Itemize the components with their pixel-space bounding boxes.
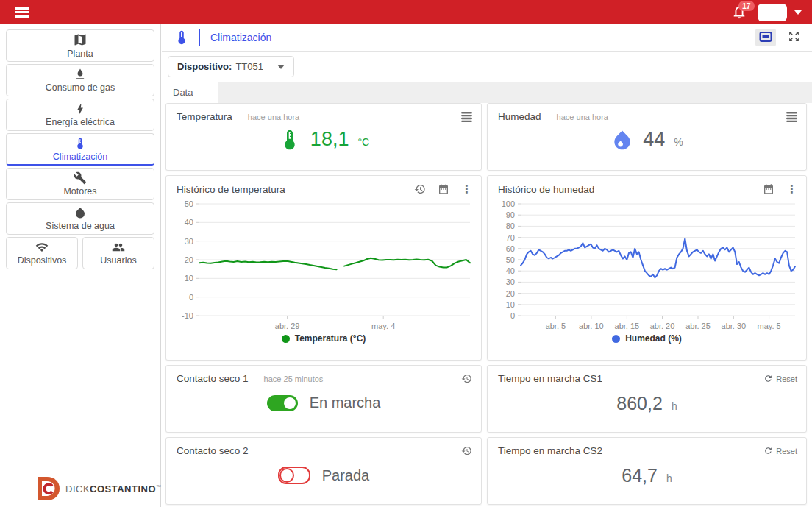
card-contacto-seco-2: Contacto seco 2 Parada	[165, 437, 482, 505]
sidebar-item-sistema-de-agua[interactable]: Sistema de agua	[6, 202, 154, 235]
header-divider	[199, 29, 200, 46]
temperature-value: 18,1	[310, 128, 349, 151]
brand-logo: DICKCOSTANTINO™	[35, 476, 162, 501]
sidebar-item-label: Sistema de agua	[46, 221, 115, 231]
humidity-value: 44	[643, 128, 665, 151]
notification-badge: 17	[738, 1, 755, 11]
sidebar-item-label: Consumo de gas	[46, 82, 115, 93]
reset-label: Reset	[776, 375, 797, 383]
card-title: Tiempo en marcha CS1	[498, 373, 602, 384]
svg-text:80: 80	[506, 221, 515, 230]
sidebar-item-climatizacion[interactable]: Climatización	[6, 133, 154, 166]
chart-legend: Temperatura (°C)	[166, 333, 481, 344]
database-icon[interactable]	[786, 112, 797, 122]
svg-text:100: 100	[502, 199, 515, 208]
sidebar-item-usuarios[interactable]: Usuarios	[82, 237, 154, 269]
svg-text:abr. 15: abr. 15	[615, 322, 640, 330]
fullscreen-button[interactable]	[788, 30, 800, 46]
svg-text:50: 50	[506, 255, 515, 264]
history-icon[interactable]	[461, 445, 472, 456]
card-title: Humedad	[498, 111, 541, 122]
legend-label: Temperatura (°C)	[295, 333, 366, 344]
calendar-icon[interactable]	[763, 183, 774, 195]
card-timestamp: — hace 25 minutos	[254, 375, 324, 383]
wrench-icon	[74, 171, 87, 185]
database-icon[interactable]	[461, 112, 472, 122]
card-title: Contacto seco 2	[177, 445, 249, 456]
fullscreen-icon	[788, 30, 800, 43]
reset-button[interactable]: Reset	[763, 446, 797, 455]
card-timestamp: — hace una hora	[238, 113, 299, 121]
water-drop-icon	[610, 128, 634, 152]
svg-text:abr. 20: abr. 20	[650, 322, 675, 330]
card-title: Temperatura	[177, 111, 232, 122]
tab-data[interactable]: Data	[162, 82, 218, 103]
card-title: Tiempo en marcha CS2	[498, 445, 602, 456]
sidebar-item-planta[interactable]: Planta	[6, 29, 154, 62]
dashboard-app: 17 Planta Consumo de gas Energía eléctri…	[0, 0, 812, 507]
sidebar-item-consumo-de-gas[interactable]: Consumo de gas	[6, 64, 154, 96]
svg-text:10: 10	[506, 300, 515, 309]
reset-button[interactable]: Reset	[763, 374, 797, 383]
card-tiempo-cs2: Tiempo en marcha CS2 Reset 64,7 h	[487, 437, 807, 505]
kebab-menu-icon[interactable]: ⋮	[461, 184, 472, 194]
history-icon[interactable]	[414, 183, 426, 195]
runtime-unit: h	[666, 472, 672, 484]
device-selector-label: Dispositivo:	[177, 61, 232, 72]
toggle-on[interactable]	[267, 395, 298, 411]
legend-dot	[612, 335, 620, 343]
history-icon[interactable]	[461, 373, 472, 384]
calendar-icon[interactable]	[438, 183, 449, 195]
humidity-chart: 1009080706050403020100abr. 5abr. 10abr. …	[491, 196, 802, 333]
sidebar-item-label: Climatización	[53, 152, 107, 162]
device-selector-value: TT051	[235, 61, 263, 72]
brand-logo-mark	[35, 476, 60, 501]
svg-text:abr. 5: abr. 5	[546, 322, 566, 330]
card-title: Contacto seco 1	[177, 373, 249, 384]
svg-text:30: 30	[185, 237, 193, 246]
svg-text:40: 40	[185, 218, 193, 227]
temperature-chart: 50403020100-10abr. 29may. 4	[170, 196, 477, 333]
kebab-menu-icon[interactable]: ⋮	[786, 184, 797, 194]
runtime-value: 860,2	[616, 393, 663, 414]
card-humedad: Humedad — hace una hora 44 %	[487, 103, 807, 171]
save-view-button[interactable]	[755, 29, 776, 46]
svg-text:20: 20	[185, 255, 193, 264]
page-header: Climatización	[162, 24, 812, 52]
svg-text:abr. 10: abr. 10	[579, 322, 604, 330]
svg-text:-10: -10	[182, 311, 193, 320]
card-temperatura: Temperatura — hace una hora 18,1 °C	[165, 103, 482, 171]
map-icon	[73, 32, 88, 47]
card-historico-humedad: Histórico de humedad ⋮ 10090807060504030…	[487, 175, 807, 361]
users-group-icon	[111, 241, 126, 254]
card-contacto-seco-1: Contacto seco 1 — hace 25 minutos En mar…	[165, 365, 482, 433]
svg-text:may. 5: may. 5	[757, 322, 780, 330]
sidebar-item-label: Planta	[67, 49, 93, 59]
thermometer-icon	[174, 29, 190, 46]
user-menu-caret-icon[interactable]	[794, 10, 802, 15]
sidebar-item-label: Usuarios	[100, 255, 136, 266]
user-avatar[interactable]	[758, 4, 787, 21]
sidebar-item-dispositivos[interactable]: Dispositivos	[6, 237, 78, 269]
svg-text:0: 0	[510, 311, 515, 320]
sidebar-item-energia-electrica[interactable]: Energía eléctrica	[6, 99, 154, 131]
chevron-down-icon	[277, 65, 285, 69]
toggle-off[interactable]	[278, 467, 310, 484]
tab-strip: Data	[162, 82, 812, 103]
device-selector[interactable]: Dispositivo: TT051	[168, 56, 294, 77]
flame-icon	[74, 68, 87, 81]
top-bar: 17	[0, 0, 812, 24]
hamburger-menu-icon[interactable]	[15, 7, 29, 18]
svg-text:10: 10	[185, 274, 193, 283]
sidebar-item-motores[interactable]: Motores	[6, 168, 154, 200]
legend-dot	[282, 335, 290, 343]
humidity-unit: %	[674, 136, 683, 148]
lightning-bolt-icon	[74, 102, 87, 116]
runtime-unit: h	[672, 400, 677, 412]
temperature-unit: °C	[357, 136, 369, 148]
card-timestamp: — hace una hora	[546, 113, 608, 121]
sidebar-item-label: Energía eléctrica	[46, 117, 115, 127]
chart-title: Histórico de humedad	[498, 184, 594, 195]
notifications-button[interactable]: 17	[731, 4, 750, 21]
save-view-icon	[759, 31, 772, 43]
